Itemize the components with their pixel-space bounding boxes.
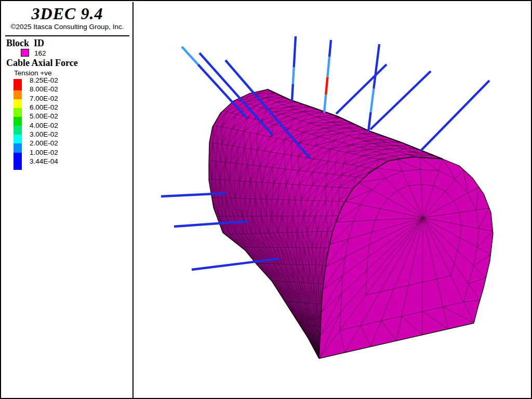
scale-band	[14, 126, 22, 135]
cable-axial-force-heading: Cable Axial Force	[6, 58, 78, 69]
scale-band	[14, 90, 22, 99]
scale-band	[14, 153, 22, 170]
tunnel-block	[209, 89, 493, 358]
cable-segment	[421, 81, 489, 151]
cable-segment	[293, 68, 294, 84]
cable-segment	[370, 71, 431, 129]
color-scale-bar	[14, 79, 22, 170]
scale-label: 1.00E-02	[30, 149, 82, 157]
legend-panel: 3DEC 9.4 ©2025 Itasca Consulting Group, …	[2, 2, 134, 398]
legend-divider	[5, 35, 129, 36]
cable-line	[182, 47, 247, 118]
cable-segment	[374, 44, 379, 89]
scale-band	[14, 79, 22, 90]
block-id-heading: Block ID	[6, 38, 44, 49]
block-id-value: 162	[34, 49, 46, 57]
scale-label: 5.00E-02	[30, 112, 82, 121]
scale-label: 7.00E-02	[30, 95, 82, 103]
cable-line	[370, 71, 431, 129]
scale-label: 2.00E-02	[30, 139, 82, 148]
scale-label: 8.00E-02	[30, 85, 82, 94]
cable-segment	[182, 47, 198, 64]
block-id-swatch	[21, 49, 29, 57]
scale-label: 8.25E-02	[30, 76, 82, 85]
cable-line	[292, 36, 296, 101]
scale-label: 4.00E-02	[30, 122, 82, 130]
cable-segment	[294, 36, 296, 68]
app-window: 3DEC 9.4 ©2025 Itasca Consulting Group, …	[0, 0, 532, 399]
tension-label: Tension +ve	[14, 69, 51, 77]
cable-line	[336, 64, 387, 114]
cable-line	[421, 81, 489, 151]
cable-segment	[324, 95, 326, 113]
scale-band	[14, 108, 22, 117]
scale-label: 3.44E-04	[30, 157, 82, 166]
color-scale: 8.25E-028.00E-027.00E-026.00E-025.00E-02…	[14, 79, 117, 183]
scale-band	[14, 117, 22, 126]
scale-band	[14, 99, 22, 108]
cable-segment	[198, 64, 247, 118]
cable-line	[368, 44, 379, 131]
cable-segment	[292, 84, 293, 101]
cable-segment	[336, 64, 387, 114]
scale-band	[14, 143, 22, 153]
scale-band	[14, 135, 22, 143]
scale-label: 6.00E-02	[30, 103, 82, 112]
cable-segment	[326, 77, 327, 95]
cable-segment	[327, 57, 329, 77]
app-title: 3DEC 9.4	[2, 4, 132, 23]
cable-line	[324, 40, 331, 113]
cable-segment	[329, 40, 331, 57]
scale-label: 3.00E-02	[30, 130, 82, 139]
cable-segment	[371, 89, 374, 112]
copyright-text: ©2025 Itasca Consulting Group, Inc.	[2, 23, 132, 31]
